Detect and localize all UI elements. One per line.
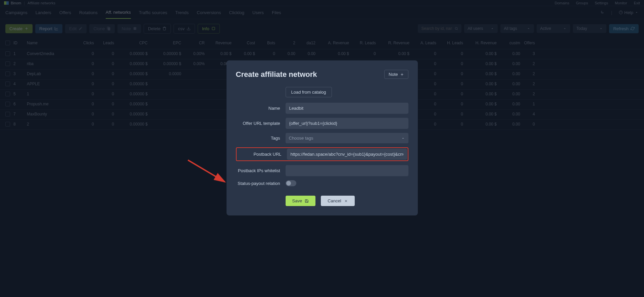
tags-placeholder: Choose tags xyxy=(289,136,313,141)
save-label: Save xyxy=(292,198,302,203)
tags-label: Tags xyxy=(236,136,286,141)
offer-url-input[interactable] xyxy=(286,118,408,129)
status-payout-label: Status-payout relation xyxy=(236,181,286,186)
chevron-up-icon xyxy=(401,136,405,140)
load-catalog-button[interactable]: Load from catalog xyxy=(286,87,332,97)
save-button[interactable]: Save xyxy=(286,196,316,206)
modal-title: Create affiliate network xyxy=(236,70,317,79)
modal-overlay: Create affiliate network Note Load from … xyxy=(0,0,644,297)
close-icon xyxy=(344,199,348,203)
cancel-button[interactable]: Cancel xyxy=(321,196,354,206)
tags-select[interactable]: Choose tags xyxy=(286,133,408,143)
plus-icon xyxy=(400,72,404,77)
cancel-label: Cancel xyxy=(328,198,341,203)
postback-highlight: Postback URL xyxy=(236,147,408,161)
svg-line-4 xyxy=(188,160,225,182)
postback-url-input[interactable] xyxy=(287,149,407,160)
modal-note-button[interactable]: Note xyxy=(384,70,408,79)
offer-url-label: Offer URL template xyxy=(236,121,286,126)
name-input[interactable] xyxy=(286,103,408,114)
status-payout-toggle[interactable] xyxy=(286,180,296,186)
postback-ips-input[interactable] xyxy=(286,165,408,176)
create-network-modal: Create affiliate network Note Load from … xyxy=(227,60,418,215)
note-btn-label: Note xyxy=(389,72,398,77)
save-icon xyxy=(305,199,309,203)
postback-url-label: Postback URL xyxy=(237,152,287,157)
name-label: Name xyxy=(236,106,286,111)
postback-ips-label: Postback IPs whitelist xyxy=(236,168,286,173)
